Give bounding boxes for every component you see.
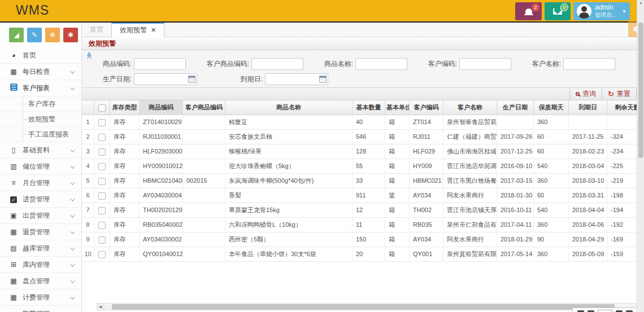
scroll-left-arrow-icon[interactable]: ◀ xyxy=(97,303,104,310)
table-row[interactable]: 5库存HBMC0210400201002015东岚海调味牛柳(500g*40包/… xyxy=(82,174,637,188)
row-checkbox[interactable] xyxy=(98,178,106,185)
table-row[interactable]: 6库存AY034030004香梨911篮AY034阿友水果商行2018-01-3… xyxy=(82,188,637,203)
column-header-10[interactable]: 到期日 xyxy=(569,100,607,115)
chevron-down-icon xyxy=(70,147,75,152)
table-row[interactable]: 4库存HY009010012迎大珍珠香鲍螺（5kg）55箱HY009晋江市池店华… xyxy=(82,159,637,174)
row-checkbox-cell xyxy=(94,232,110,247)
filter-input-3[interactable] xyxy=(459,58,511,70)
user-role: 管理员... xyxy=(595,12,616,19)
sidebar-item-6[interactable]: ✓进货管理 xyxy=(0,191,81,208)
main-area: 首页效期预警✕ 效期预警 ≪ 商品编码:客户商品编码:商品名称:客户编码:客户名… xyxy=(82,23,637,312)
sidebar-item-3[interactable]: ▯基础资料 xyxy=(0,142,81,159)
sidebar-item-12[interactable]: ▦计费管理 xyxy=(0,289,81,306)
horizontal-scroll-thumb[interactable] xyxy=(112,304,615,310)
quick-gears-button[interactable]: ✱ xyxy=(63,28,78,42)
row-checkbox[interactable] xyxy=(98,236,106,244)
cell-库存类型: 库存 xyxy=(110,203,140,218)
close-icon[interactable]: ✕ xyxy=(151,27,156,33)
row-checkbox[interactable] xyxy=(98,251,106,258)
calendar-icon[interactable] xyxy=(319,76,327,83)
sidebar-item-13[interactable]: ◀预警管理 xyxy=(0,306,81,312)
sidebar-item-2[interactable]: 客户报表 xyxy=(0,80,81,96)
table-row[interactable]: 1库存ZT014010029鳕蟹足40箱ZT014泉州智泰食品贸易有限360 xyxy=(82,115,637,130)
cell-商品编码: AY034030002 xyxy=(140,232,183,247)
cell-保质期天: 540 xyxy=(534,159,569,174)
row-checkbox[interactable] xyxy=(98,207,106,214)
collapse-panel-icon[interactable]: ≪ xyxy=(85,52,93,59)
quick-shirt-button[interactable]: ❉ xyxy=(45,28,60,42)
vertical-scrollbar[interactable]: ▲ xyxy=(637,0,644,312)
column-header-1[interactable]: 商品编码 xyxy=(140,100,183,115)
messages-button[interactable]: 0 xyxy=(545,2,571,20)
quick-pencil-button[interactable]: ✎ xyxy=(27,28,42,42)
sidebar-item-10[interactable]: ⊞库内管理 xyxy=(0,257,81,273)
tab-0[interactable]: 首页 xyxy=(82,23,111,37)
row-checkbox[interactable] xyxy=(98,119,106,126)
column-header-4[interactable]: 基本数量 xyxy=(353,100,385,115)
cell-客户编码: TH002 xyxy=(410,203,443,218)
filter-input-2[interactable] xyxy=(355,58,407,70)
table-row[interactable]: 8库存RB035040002六和冻鸭鸭锁骨L（10kg）11箱RB035泉州市仁… xyxy=(82,218,637,232)
sidebar-item-label: 库内管理 xyxy=(23,260,50,270)
select-all-checkbox[interactable] xyxy=(98,104,106,112)
sidebar-item-8[interactable]: ▦退货管理 xyxy=(0,224,81,240)
tab-1[interactable]: 效期预警✕ xyxy=(111,23,164,37)
scroll-up-arrow-icon[interactable]: ▲ xyxy=(637,1,644,5)
cell-客户编码: QY001 xyxy=(410,247,443,262)
sidebar-subitem-手工温度报表[interactable]: 手工温度报表 xyxy=(0,127,81,142)
row-checkbox[interactable] xyxy=(98,222,106,229)
count-icon: ▦ xyxy=(9,277,18,285)
sidebar-subitem-效期预警[interactable]: 效期预警 xyxy=(0,112,81,127)
table-row[interactable]: 2库存RJ011030001安芯食族文旦柚546箱RJ011仁建（福建）商贸有限… xyxy=(82,130,637,144)
sidebar-subitem-客户库存[interactable]: 客户库存 xyxy=(0,96,81,112)
row-checkbox[interactable] xyxy=(98,148,106,156)
cell-客户名称: 阿友水果商行 xyxy=(443,232,497,247)
column-header-0[interactable]: 库存类型 xyxy=(110,100,140,115)
sidebar-item-0[interactable]: ◕首页 xyxy=(0,47,81,64)
pagination-page-input[interactable] xyxy=(598,310,612,312)
sidebar-item-11[interactable]: ▦盘点管理 xyxy=(0,273,81,289)
column-header-3[interactable]: 商品名称 xyxy=(225,100,353,115)
column-header-9[interactable]: 保质期天 xyxy=(534,100,569,115)
cell-剩余天数: -198 xyxy=(607,188,637,203)
row-checkbox[interactable] xyxy=(98,192,106,200)
column-header-11[interactable]: 剩余天数 xyxy=(607,100,637,115)
column-header-7[interactable]: 客户名称 xyxy=(443,100,497,115)
user-menu-button[interactable]: admin 管理员... ▼ xyxy=(573,2,630,20)
reset-button[interactable]: ↻ 重置 xyxy=(602,88,637,100)
query-button[interactable]: 查询 xyxy=(569,88,602,100)
sidebar-item-4[interactable]: ▥储位管理 xyxy=(0,159,81,175)
sidebar-item-9[interactable]: ▤越库管理 xyxy=(0,240,81,257)
row-checkbox[interactable] xyxy=(98,163,106,170)
column-header-5[interactable]: 基本单位 xyxy=(385,100,410,115)
cell-剩余天数: -324 xyxy=(607,130,637,144)
table-row[interactable]: 7库存TH002020129草原蒙王龙骨15kg12箱TH002晋江市池店镇天厚… xyxy=(82,203,637,218)
table-row[interactable]: 3库存HLF029030001猕猴桃/绿果128箱HLF029佛山市南海区桂城胡… xyxy=(82,144,637,159)
column-header-8[interactable]: 生产日期 xyxy=(497,100,534,115)
filter-input-1[interactable] xyxy=(251,58,303,70)
quick-chart-button[interactable]: ◢ xyxy=(9,28,24,42)
sidebar-item-1[interactable]: ▦每日检查 xyxy=(0,64,81,80)
column-header-6[interactable]: 客户编码 xyxy=(410,100,443,115)
tab-label: 首页 xyxy=(90,25,103,33)
horizontal-scrollbar[interactable]: ◀ xyxy=(103,303,637,310)
table-row[interactable]: 9库存AY034030002西州密（5颗）150箱AY034阿友水果商行2018… xyxy=(82,232,637,247)
sidebar-item-label: 客户报表 xyxy=(23,84,50,93)
sidebar-item-5[interactable]: ≡月台管理 xyxy=(0,175,81,191)
filter-input-4[interactable] xyxy=(563,58,615,70)
cell-客户商品编码 xyxy=(183,130,225,144)
calendar-icon[interactable] xyxy=(188,76,195,83)
notifications-button[interactable]: 2 xyxy=(515,2,542,20)
cell-商品编码: RB035040002 xyxy=(140,218,183,232)
cell-库存类型: 库存 xyxy=(110,218,140,232)
filter-input-0[interactable] xyxy=(134,58,186,70)
vertical-scroll-thumb[interactable] xyxy=(638,23,643,158)
sidebar-item-7[interactable]: ▣出货管理 xyxy=(0,208,81,224)
table-row[interactable]: 10库存QY001040012丰年食品（串烧小饼）30支*6袋20箱QY001泉… xyxy=(82,247,637,262)
row-checkbox[interactable] xyxy=(98,134,106,141)
column-header-2[interactable]: 客户商品编码 xyxy=(183,100,225,115)
cell-客户商品编码 xyxy=(183,218,225,232)
cell-商品名称: 安芯食族文旦柚 xyxy=(225,130,353,144)
cell-剩余天数: -219 xyxy=(607,174,637,188)
dashboard-icon: ◕ xyxy=(9,51,18,59)
